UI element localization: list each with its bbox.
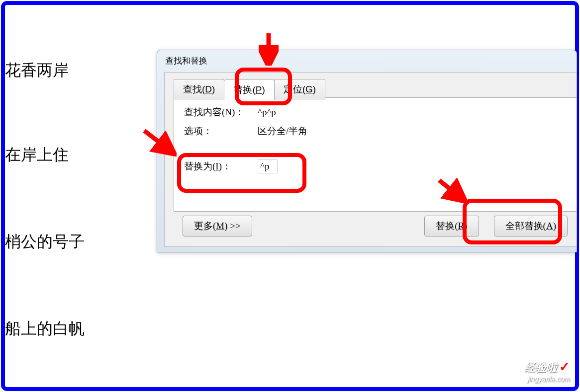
watermark-check-icon: ✓ bbox=[559, 359, 570, 374]
find-replace-dialog: 查找和替换 查找(D) 替换(P) 定位(G) 查找内容(N)： ^p^p 选项… bbox=[157, 50, 577, 252]
options-label: 选项： bbox=[184, 125, 258, 138]
tab-content: 查找内容(N)： ^p^p 选项： 区分全/半角 替换为(I)： ^p bbox=[174, 97, 577, 212]
bg-text-3: 梢公的号子 bbox=[5, 231, 85, 253]
replace-value[interactable]: ^p bbox=[258, 159, 567, 173]
replace-all-button[interactable]: 全部替换(A) bbox=[494, 216, 568, 236]
watermark: 经验啦 ✓ jingyanla.com bbox=[524, 359, 570, 383]
dialog-title: 查找和替换 bbox=[157, 50, 577, 72]
options-value: 区分全/半角 bbox=[258, 125, 567, 138]
tabs: 查找(D) 替换(P) 定位(G) bbox=[174, 79, 325, 100]
find-row: 查找内容(N)： ^p^p bbox=[184, 106, 567, 119]
watermark-url: jingyanla.com bbox=[524, 375, 570, 383]
watermark-text: 经验啦 bbox=[524, 361, 557, 374]
tab-find[interactable]: 查找(D) bbox=[174, 79, 224, 100]
tab-replace[interactable]: 替换(P) bbox=[224, 79, 274, 100]
bg-text-1: 花香两岸 bbox=[5, 60, 69, 81]
replace-button[interactable]: 替换(R) bbox=[424, 216, 479, 236]
bg-text-4: 船上的白帆 bbox=[5, 318, 85, 340]
find-label: 查找内容(N)： bbox=[184, 106, 258, 119]
bg-text-2: 在岸上住 bbox=[5, 144, 69, 166]
replace-row: 替换为(I)： ^p bbox=[184, 159, 567, 173]
options-row: 选项： 区分全/半角 bbox=[184, 125, 567, 138]
replace-label: 替换为(I)： bbox=[184, 160, 258, 173]
tab-goto[interactable]: 定位(G) bbox=[274, 79, 325, 100]
dialog-body: 查找(D) 替换(P) 定位(G) 查找内容(N)： ^p^p 选项： 区分全/… bbox=[164, 72, 577, 247]
find-value[interactable]: ^p^p bbox=[258, 107, 567, 118]
button-row: 更多(M) >> 替换(R) 全部替换(A) bbox=[183, 216, 568, 236]
more-button[interactable]: 更多(M) >> bbox=[183, 216, 252, 236]
